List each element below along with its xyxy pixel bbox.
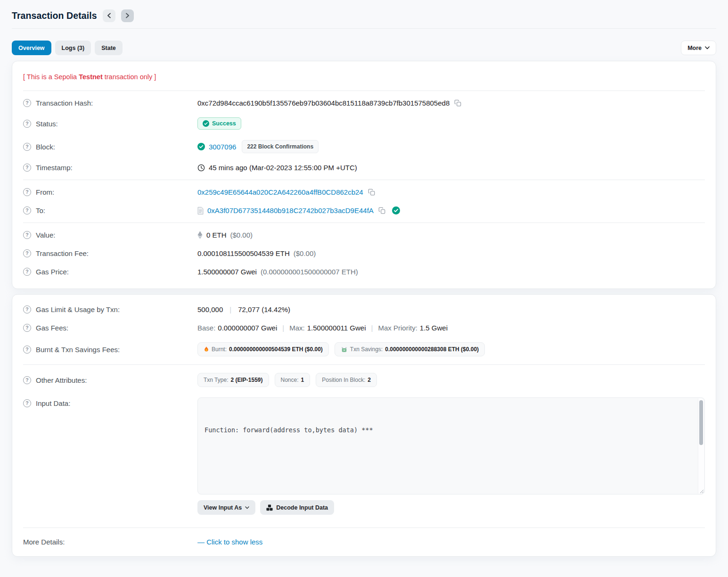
copy-from-address-button[interactable] xyxy=(367,189,376,196)
value-label-group: ? Value: xyxy=(23,231,197,239)
transaction-fee-usd: ($0.00) xyxy=(294,249,316,257)
gas-limit-value: 500,000 xyxy=(197,305,223,313)
view-input-as-label: View Input As xyxy=(204,504,242,511)
separator: | xyxy=(368,324,376,332)
to-label-group: ? To: xyxy=(23,206,197,214)
other-attributes-row: ? Other Attributes: Txn Type: 2 (EIP-155… xyxy=(23,368,705,392)
help-icon[interactable]: ? xyxy=(23,120,31,128)
testnet-warning: [ This is a Sepolia Testnet transaction … xyxy=(23,65,705,88)
help-icon[interactable]: ? xyxy=(23,399,31,407)
gas-fees-row: ? Gas Fees: Base: 0.000000007 Gwei | Max… xyxy=(23,319,705,337)
help-icon[interactable]: ? xyxy=(23,268,31,276)
from-address-link[interactable]: 0x259c49E65644a020C2A642260a4ffB0CD862cb… xyxy=(197,188,363,196)
position-in-block-badge: Position In Block: 2 xyxy=(316,373,377,387)
page-header: Transaction Details xyxy=(12,0,716,22)
transaction-fee-amount: 0.000108115500504539 ETH xyxy=(197,249,290,257)
fire-icon xyxy=(204,346,209,353)
status-badge: Success xyxy=(197,117,241,130)
scrollbar-thumb[interactable] xyxy=(699,400,703,445)
decode-input-data-button[interactable]: Decode Input Data xyxy=(260,500,334,515)
tab-logs[interactable]: Logs (3) xyxy=(55,41,91,55)
status-label: Status: xyxy=(36,120,58,128)
resize-handle-icon[interactable] xyxy=(700,489,704,494)
position-value: 2 xyxy=(368,377,371,383)
transaction-hash-label: Transaction Hash: xyxy=(36,99,93,107)
other-attributes-label: Other Attributes: xyxy=(36,376,87,384)
next-transaction-button[interactable] xyxy=(121,9,134,22)
decode-input-data-label: Decode Input Data xyxy=(276,504,328,511)
to-label: To: xyxy=(36,206,45,214)
help-icon[interactable]: ? xyxy=(23,231,31,239)
gas-limit-row: ? Gas Limit & Usage by Txn: 500,000 | 72… xyxy=(23,300,705,319)
copy-to-address-button[interactable] xyxy=(377,207,386,214)
copy-icon xyxy=(454,99,461,107)
timestamp-row: ? Timestamp: 45 mins ago (Mar-02-2023 12… xyxy=(23,158,705,177)
txn-savings-label: Txn Savings: xyxy=(350,346,383,353)
nonce-label: Nonce: xyxy=(281,377,299,383)
block-label: Block: xyxy=(36,143,55,151)
divider xyxy=(23,528,705,528)
help-icon[interactable]: ? xyxy=(23,324,31,332)
previous-transaction-button[interactable] xyxy=(103,9,115,22)
verified-check-icon xyxy=(392,206,400,214)
max-fee-value: 1.500000011 Gwei xyxy=(307,324,366,332)
burnt-label: Burnt: xyxy=(212,346,227,353)
input-data-actions: View Input As Decode Input Data xyxy=(197,500,705,515)
base-fee-value: 0.000000007 Gwei xyxy=(218,324,277,332)
timestamp-label: Timestamp: xyxy=(36,164,73,172)
burnt-value: 0.000000000000504539 ETH ($0.00) xyxy=(229,346,323,353)
transaction-fee-label-group: ? Transaction Fee: xyxy=(23,249,197,257)
txn-savings-badge: Txn Savings: 0.000000000000288308 ETH ($… xyxy=(335,342,485,356)
input-data-label-group: ? Input Data: xyxy=(23,397,197,407)
view-input-as-button[interactable]: View Input As xyxy=(197,500,255,515)
txn-type-value: 2 (EIP-1559) xyxy=(230,377,262,383)
max-fee-label: Max: xyxy=(289,324,305,332)
value-amount: 0 ETH xyxy=(206,231,227,239)
help-icon[interactable]: ? xyxy=(23,249,31,257)
input-data-label: Input Data: xyxy=(36,399,70,407)
page-title: Transaction Details xyxy=(12,10,97,21)
help-icon[interactable]: ? xyxy=(23,143,31,151)
help-icon[interactable]: ? xyxy=(23,206,31,214)
base-fee-label: Base: xyxy=(197,324,215,332)
transaction-hash-value: 0xc72d984ccac6190b5f135576eb97b03604bc81… xyxy=(197,99,450,107)
position-label: Position In Block: xyxy=(322,377,365,383)
help-icon[interactable]: ? xyxy=(23,305,31,313)
help-icon[interactable]: ? xyxy=(23,99,31,107)
tab-state[interactable]: State xyxy=(95,41,123,55)
help-icon[interactable]: ? xyxy=(23,164,31,172)
input-data-line: Function: forward(address to,bytes data)… xyxy=(204,424,691,436)
click-to-show-less-link[interactable]: — Click to show less xyxy=(197,538,262,546)
value-usd: ($0.00) xyxy=(230,231,253,239)
warning-prefix: [ This is a Sepolia xyxy=(23,73,79,81)
to-address-link[interactable]: 0xA3f07D6773514480b918C2742b027b3acD9E44… xyxy=(207,206,374,214)
input-data-line: MethodID: 0x6fadcf72 xyxy=(204,492,691,495)
from-row: ? From: 0x259c49E65644a020C2A642260a4ffB… xyxy=(23,183,705,201)
burnt-fees-label-group: ? Burnt & Txn Savings Fees: xyxy=(23,346,197,354)
warning-bold: Testnet xyxy=(79,73,103,81)
help-icon[interactable]: ? xyxy=(23,346,31,354)
block-number-link[interactable]: 3007096 xyxy=(209,143,236,151)
from-label-group: ? From: xyxy=(23,188,197,196)
separator: | xyxy=(227,305,234,313)
transaction-fee-label: Transaction Fee: xyxy=(36,249,89,257)
input-data-textarea[interactable]: Function: forward(address to,bytes data)… xyxy=(197,397,705,495)
gas-price-label: Gas Price: xyxy=(36,268,69,276)
copy-transaction-hash-button[interactable] xyxy=(453,99,462,107)
gas-fees-label-group: ? Gas Fees: xyxy=(23,324,197,332)
input-data-line xyxy=(204,458,691,470)
gas-limit-label-group: ? Gas Limit & Usage by Txn: xyxy=(23,305,197,313)
scrollbar-track[interactable] xyxy=(698,398,704,494)
warning-suffix: transaction only ] xyxy=(103,73,156,81)
copy-icon xyxy=(368,189,375,196)
txn-type-label: Txn Type: xyxy=(204,377,228,383)
chevron-down-icon xyxy=(245,506,249,509)
chevron-left-icon xyxy=(107,13,111,18)
money-wings-icon xyxy=(341,346,348,353)
divider xyxy=(23,91,705,91)
gas-price-row: ? Gas Price: 1.500000007 Gwei (0.0000000… xyxy=(23,263,705,281)
more-dropdown-button[interactable]: More xyxy=(681,41,716,55)
help-icon[interactable]: ? xyxy=(23,376,31,384)
tab-overview[interactable]: Overview xyxy=(12,41,51,55)
help-icon[interactable]: ? xyxy=(23,188,31,196)
